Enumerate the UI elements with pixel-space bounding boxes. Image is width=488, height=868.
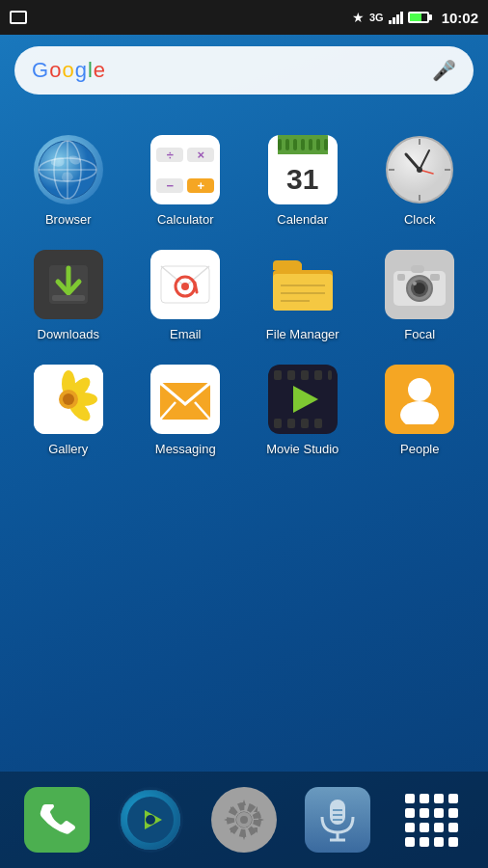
clock-label: Clock — [404, 212, 436, 227]
svg-rect-45 — [274, 370, 282, 380]
messaging-label: Messaging — [155, 442, 216, 456]
app-calculator[interactable]: ÷ × − + Calculator — [127, 123, 245, 238]
app-moviestudio[interactable]: Movie Studio — [244, 353, 362, 468]
dock-recorder[interactable] — [305, 787, 370, 853]
focal-icon — [385, 250, 454, 319]
app-grid: Browser ÷ × − + Calculator 31 — [0, 104, 488, 487]
dock — [0, 772, 488, 868]
recorder-icon — [305, 787, 370, 853]
status-icons: ★ 3G 10:02 — [352, 10, 478, 26]
app-browser[interactable]: Browser — [10, 123, 127, 238]
phone-icon — [24, 787, 90, 853]
email-label: Email — [170, 327, 202, 341]
svg-rect-33 — [411, 265, 424, 273]
svg-point-60 — [146, 815, 155, 825]
app-downloads[interactable]: Downloads — [10, 238, 127, 353]
svg-line-20 — [195, 283, 197, 292]
google-logo: Google — [32, 58, 106, 83]
search-bar[interactable]: Google 🎤 — [14, 46, 474, 95]
dock-phone[interactable] — [24, 787, 90, 853]
signal-bars — [389, 11, 403, 24]
svg-rect-47 — [301, 370, 309, 380]
svg-point-13 — [417, 167, 422, 173]
svg-rect-51 — [287, 419, 295, 428]
filemanager-icon — [268, 250, 338, 319]
music-icon — [118, 787, 183, 853]
calculator-label: Calculator — [157, 212, 214, 227]
svg-point-30 — [413, 282, 417, 285]
calendar-label: Calendar — [277, 212, 328, 227]
calendar-icon: 31 — [268, 135, 338, 204]
settings-icon — [211, 787, 277, 853]
app-filemanager[interactable]: File Manager — [244, 238, 362, 353]
svg-rect-16 — [52, 295, 85, 301]
people-icon — [385, 365, 454, 434]
screen-icon — [10, 11, 27, 24]
dock-music[interactable] — [118, 787, 183, 853]
browser-label: Browser — [45, 212, 92, 227]
dock-settings[interactable] — [211, 787, 277, 853]
svg-rect-49 — [328, 370, 332, 380]
status-bar: ★ 3G 10:02 — [0, 0, 488, 35]
moviestudio-icon — [268, 365, 338, 434]
svg-point-40 — [63, 393, 74, 405]
svg-point-55 — [408, 378, 431, 401]
appdrawer-icon — [398, 787, 464, 853]
messaging-icon — [150, 365, 220, 434]
app-focal[interactable]: Focal — [362, 238, 479, 353]
gallery-label: Gallery — [48, 442, 88, 456]
filemanager-label: File Manager — [266, 327, 339, 341]
app-messaging[interactable]: Messaging — [127, 353, 245, 468]
downloads-icon — [34, 250, 103, 319]
svg-rect-46 — [287, 370, 295, 380]
svg-rect-53 — [314, 419, 322, 428]
svg-rect-50 — [274, 419, 282, 428]
gallery-icon — [34, 365, 103, 434]
status-time: 10:02 — [442, 10, 478, 26]
app-gallery[interactable]: Gallery — [10, 353, 127, 468]
clock-icon — [385, 135, 454, 204]
downloads-label: Downloads — [38, 327, 99, 341]
svg-rect-48 — [314, 370, 322, 380]
focal-label: Focal — [404, 327, 435, 341]
app-clock[interactable]: Clock — [362, 123, 479, 238]
moviestudio-label: Movie Studio — [266, 442, 339, 456]
network-type: 3G — [369, 12, 384, 23]
bluetooth-icon: ★ — [352, 10, 365, 25]
mic-icon[interactable]: 🎤 — [432, 59, 456, 82]
svg-point-56 — [400, 401, 439, 424]
dock-appdrawer[interactable] — [398, 787, 464, 853]
svg-rect-52 — [301, 419, 309, 428]
svg-point-19 — [181, 283, 189, 290]
browser-icon — [34, 135, 103, 204]
svg-point-64 — [240, 816, 248, 824]
people-label: People — [400, 442, 439, 456]
app-email[interactable]: Email — [127, 238, 245, 353]
svg-rect-31 — [430, 274, 440, 281]
svg-rect-65 — [330, 800, 345, 825]
dots-grid — [405, 794, 458, 847]
svg-rect-32 — [397, 274, 405, 281]
calculator-icon: ÷ × − + — [150, 135, 220, 204]
email-icon — [150, 250, 220, 319]
battery-icon — [408, 12, 429, 23]
app-people[interactable]: People — [362, 353, 479, 468]
app-calendar[interactable]: 31 Calendar — [244, 123, 362, 238]
